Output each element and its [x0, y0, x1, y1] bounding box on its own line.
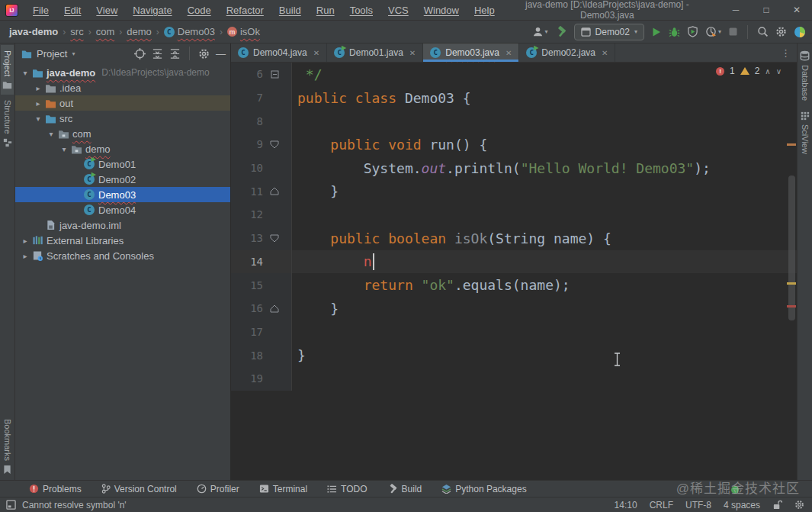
tool-button-build[interactable]: Build	[387, 484, 422, 494]
tab-demo01-java[interactable]: C▶Demo01.java✕	[327, 43, 423, 62]
fold-marker-icon[interactable]	[263, 70, 286, 79]
menu-vcs[interactable]: VCS	[381, 2, 416, 18]
chevron-right-icon[interactable]: ▸	[33, 84, 43, 92]
inspections-widget[interactable]: ! 1 2 ∧ ∨	[716, 66, 782, 76]
code-line-6[interactable]: 6 */	[231, 63, 797, 86]
expand-all-button[interactable]	[152, 48, 163, 60]
gear-small-icon[interactable]	[794, 500, 804, 510]
tree-item-com[interactable]: ▾com	[15, 126, 230, 141]
tab-demo02-java[interactable]: C▶Demo02.java✕	[519, 43, 615, 62]
tool-button-profiler[interactable]: Profiler	[197, 484, 239, 494]
profiler-button[interactable]: ▾	[705, 26, 721, 37]
stripe-button-bookmarks[interactable]: Bookmarks	[2, 414, 14, 480]
chevron-right-icon[interactable]: ▸	[20, 237, 30, 245]
menu-refactor[interactable]: Refactor	[220, 2, 271, 18]
code-line-16[interactable]: 16 }	[231, 297, 797, 320]
tree-item-java-demo-iml[interactable]: java-demo.iml	[15, 217, 230, 233]
tree-item-demo02[interactable]: C▶Demo02	[15, 172, 230, 187]
code-line-14[interactable]: 14 n	[231, 250, 797, 274]
code-line-11[interactable]: 11 }	[231, 179, 797, 203]
maximize-button[interactable]: □	[751, 0, 782, 20]
tab-list-button[interactable]: ⋮	[775, 43, 797, 62]
locate-file-button[interactable]	[134, 48, 146, 60]
tree-item-demo03[interactable]: CDemo03	[15, 187, 230, 202]
lock-icon[interactable]	[772, 500, 782, 510]
tab-close-icon[interactable]: ✕	[409, 49, 416, 57]
chevron-right-icon[interactable]: ▸	[33, 99, 43, 108]
breadcrumb-demo03[interactable]: CDemo03	[164, 26, 215, 37]
code-line-17[interactable]: 17	[231, 320, 797, 344]
indent-indicator[interactable]: 4 spaces	[724, 500, 760, 510]
fold-marker-icon[interactable]	[263, 187, 286, 195]
tab-close-icon[interactable]: ✕	[313, 49, 319, 57]
code-line-15[interactable]: 15 return "ok".equals(name);	[231, 273, 797, 297]
tool-button-terminal[interactable]: Terminal	[259, 484, 307, 494]
menu-navigate[interactable]: Navigate	[126, 2, 178, 18]
breadcrumb-isok[interactable]: misOk	[227, 26, 260, 37]
tree-item--idea[interactable]: ▸.idea	[15, 80, 230, 95]
debug-button[interactable]	[669, 27, 680, 37]
chevron-down-icon[interactable]: ▾	[46, 130, 56, 138]
tool-window-switcher-icon[interactable]	[6, 500, 16, 510]
breadcrumb-src[interactable]: src	[70, 26, 83, 37]
tab-demo04-java[interactable]: CDemo04.java✕	[231, 43, 327, 62]
code-line-18[interactable]: 18}	[231, 343, 797, 367]
minimize-button[interactable]: ─	[721, 0, 751, 20]
coverage-button[interactable]	[687, 26, 698, 37]
close-button[interactable]: ✕	[782, 0, 812, 20]
menu-window[interactable]: Window	[417, 2, 466, 18]
fold-marker-icon[interactable]	[263, 304, 286, 313]
stripe-button-database[interactable]: Database	[798, 45, 811, 106]
search-everywhere-button[interactable]	[757, 26, 769, 37]
tree-item-src[interactable]: ▾src	[15, 111, 230, 126]
project-view-select[interactable]: Project ▾	[21, 48, 75, 60]
chevron-right-icon[interactable]: ▸	[20, 252, 30, 260]
code-editor[interactable]: 6 */7public class Demo03 {89 public void…	[231, 63, 797, 480]
chevron-down-icon[interactable]: ▾	[20, 69, 30, 77]
plugin-ball-button[interactable]	[794, 26, 806, 38]
menu-view[interactable]: View	[89, 2, 124, 18]
caret-position[interactable]: 14:10	[615, 500, 637, 510]
menu-tools[interactable]: Tools	[343, 2, 380, 18]
tree-item-scratches-and-consoles[interactable]: ▸Scratches and Consoles	[15, 248, 230, 263]
tool-button-todo[interactable]: TODO	[327, 484, 367, 494]
stripe-button-sciview[interactable]: SciView	[799, 106, 811, 159]
tree-item-external-libraries[interactable]: ▸External Libraries	[15, 233, 230, 248]
user-profile-button[interactable]: ▾	[532, 26, 548, 37]
tree-item-java-demo[interactable]: ▾java-demoD:\IdeaProjects\java-demo	[15, 65, 230, 80]
code-line-10[interactable]: 10 System.out.println("Hello World! Demo…	[231, 156, 797, 180]
stripe-button-project[interactable]: Project	[1, 45, 14, 95]
menu-code[interactable]: Code	[181, 2, 218, 18]
chevron-down-icon[interactable]: ▾	[33, 114, 43, 123]
hide-panel-button[interactable]: —	[216, 48, 226, 60]
prev-error-button[interactable]: ∧	[765, 67, 770, 76]
menu-run[interactable]: Run	[310, 2, 342, 18]
build-project-button[interactable]	[555, 26, 567, 38]
tool-button-problems[interactable]: Problems	[29, 484, 82, 494]
settings-button[interactable]	[775, 26, 787, 37]
stop-button[interactable]	[728, 27, 738, 37]
line-ending-indicator[interactable]: CRLF	[650, 500, 673, 510]
tab-close-icon[interactable]: ✕	[505, 49, 512, 57]
fold-marker-icon[interactable]	[263, 140, 286, 149]
menu-build[interactable]: Build	[272, 2, 308, 18]
code-line-13[interactable]: 13 public boolean isOk(String name) {	[231, 227, 797, 250]
tree-item-out[interactable]: ▸out	[15, 95, 230, 111]
tab-close-icon[interactable]: ✕	[602, 49, 608, 57]
code-line-8[interactable]: 8	[231, 109, 797, 133]
collapse-all-button[interactable]	[169, 48, 181, 60]
fold-marker-icon[interactable]	[263, 234, 286, 243]
menu-file[interactable]: File	[26, 2, 56, 18]
editor-scrollbar[interactable]	[788, 175, 795, 320]
run-configuration-select[interactable]: Demo02 ▾	[574, 24, 644, 40]
next-error-button[interactable]: ∨	[776, 67, 782, 76]
tree-item-demo[interactable]: ▾demo	[15, 141, 230, 156]
stripe-button-structure[interactable]: Structure	[2, 95, 14, 153]
panel-settings-button[interactable]	[198, 48, 210, 60]
encoding-indicator[interactable]: UTF-8	[685, 500, 711, 510]
code-line-9[interactable]: 9 public void run() {	[231, 133, 797, 156]
menu-edit[interactable]: Edit	[57, 2, 88, 18]
code-line-19[interactable]: 19	[231, 367, 797, 391]
tab-demo03-java[interactable]: CDemo03.java✕	[423, 43, 519, 62]
tree-item-demo01[interactable]: C▶Demo01	[15, 156, 230, 172]
